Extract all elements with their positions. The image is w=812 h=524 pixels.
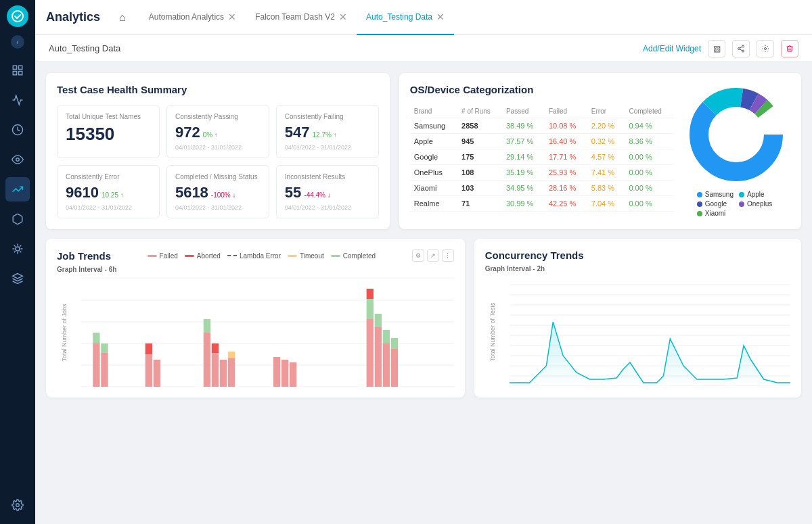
job-legend-entry: Lambda Error	[227, 252, 281, 260]
svg-rect-34	[93, 343, 99, 387]
os-table-section: OS/Device Categorization Brand # of Runs…	[410, 84, 674, 218]
tab-auto-testing[interactable]: Auto_Testing Data ✕	[357, 0, 454, 35]
legend-dot	[697, 192, 702, 197]
health-consistently-failing: Consistently Failing 547 12.7% ↑ 04/01/2…	[276, 105, 379, 158]
sidebar-item-dashboard[interactable]	[5, 58, 30, 82]
sidebar-logo	[7, 5, 28, 27]
os-chart-section: SamsungAppleGoogleOneplusXiaomi	[682, 84, 790, 218]
svg-rect-37	[101, 343, 108, 353]
legend-dot	[697, 211, 702, 216]
svg-rect-38	[145, 354, 152, 387]
health-summary-title: Test Case Health Summary	[57, 84, 379, 95]
tab-close-falcon[interactable]: ✕	[339, 12, 347, 22]
svg-rect-47	[228, 352, 235, 358]
svg-rect-53	[367, 289, 374, 299]
tab-close-auto-testing[interactable]: ✕	[436, 12, 445, 22]
os-table-row: Realme 71 30.99 % 42.25 % 7.04 % 0.00 %	[410, 196, 674, 212]
legend-label: Apple	[747, 191, 765, 198]
svg-point-9	[16, 504, 20, 507]
header-title: Analytics	[46, 10, 100, 24]
add-edit-widget-btn[interactable]: Add/Edit Widget	[643, 44, 701, 53]
chart-expand-icon[interactable]: ↗	[427, 249, 439, 262]
job-trends-title: Job Trends	[57, 250, 111, 262]
legend-item: Google	[697, 200, 734, 208]
tab-close-automation[interactable]: ✕	[228, 12, 236, 22]
legend-dot	[697, 201, 702, 207]
content-area: Test Case Health Summary Total Unique Te…	[35, 62, 812, 524]
legend-dash-icon	[227, 255, 237, 256]
bottom-cards-row: Job Trends FailedAbortedLambda ErrorTime…	[46, 239, 801, 398]
svg-rect-43	[212, 353, 219, 387]
svg-point-6	[16, 158, 20, 162]
svg-point-21	[709, 108, 763, 162]
health-consistently-passing: Consistently Passing 972 0% ↑ 04/01/2022…	[166, 105, 269, 158]
job-legend-entry: Timeout	[288, 252, 324, 260]
subheader-actions: Add/Edit Widget ▨	[643, 40, 798, 57]
subheader: Auto_Testing Data Add/Edit Widget ▨	[35, 35, 812, 62]
legend-label: Oneplus	[747, 200, 772, 208]
home-icon[interactable]: ⌂	[114, 9, 131, 26]
tab-falcon-team[interactable]: Falcon Team Dash V2 ✕	[246, 0, 357, 35]
job-interval-label: Graph Interval - 6h	[57, 266, 454, 273]
job-trends-header: Job Trends FailedAbortedLambda ErrorTime…	[57, 249, 454, 262]
main-content: Analytics ⌂ Automation Analytics ✕ Falco…	[35, 0, 812, 524]
svg-rect-40	[154, 360, 160, 387]
svg-rect-3	[13, 72, 16, 75]
concurrency-trends-card: Concurrency Trends Graph Interval - 2h T…	[474, 239, 801, 398]
svg-line-13	[740, 49, 742, 50]
os-table-row: Google 175 29.14 % 17.71 % 4.57 % 0.00 %	[410, 149, 674, 165]
delete-icon[interactable]	[781, 40, 798, 57]
svg-rect-2	[19, 66, 22, 69]
legend-label: Samsung	[705, 191, 734, 198]
concurrency-line-chart: 0 5 11 17 23 29 35 41 47 53 58	[510, 278, 790, 386]
os-table-row: OnePlus 108 35.19 % 25.93 % 7.41 % 0.00 …	[410, 165, 674, 181]
job-trends-card: Job Trends FailedAbortedLambda ErrorTime…	[46, 239, 465, 398]
top-cards-row: Test Case Health Summary Total Unique Te…	[46, 73, 801, 229]
share-icon[interactable]	[732, 40, 750, 57]
legend-label: Xiaomi	[705, 210, 726, 217]
job-legend-entry: Completed	[331, 252, 376, 260]
svg-marker-8	[13, 274, 23, 279]
sidebar-item-settings[interactable]	[5, 493, 30, 517]
svg-rect-48	[273, 357, 280, 387]
job-legend-entry: Failed	[148, 252, 178, 260]
job-bar-chart: 0 4 8 12 16 20	[81, 279, 454, 387]
sidebar: ‹	[0, 0, 35, 524]
concurrency-y-axis: Total Number of Tests	[489, 303, 496, 362]
tab-automation-analytics[interactable]: Automation Analytics ✕	[139, 0, 246, 35]
sidebar-collapse-btn[interactable]: ‹	[11, 35, 24, 49]
svg-rect-50	[290, 362, 296, 387]
sidebar-item-activity[interactable]	[5, 88, 30, 112]
widget-layout-icon[interactable]: ▨	[708, 40, 725, 57]
legend-dot	[739, 201, 744, 207]
sidebar-item-bug[interactable]	[5, 237, 30, 261]
legend-line-icon	[288, 255, 297, 257]
settings-icon[interactable]	[757, 40, 774, 57]
chart-more-icon[interactable]: ⋮	[442, 249, 454, 262]
svg-point-11	[738, 47, 740, 49]
svg-rect-39	[145, 343, 152, 354]
job-chart-wrap: Total Number of Jobs 0 4	[57, 279, 454, 387]
os-categorization-card: OS/Device Categorization Brand # of Runs…	[399, 73, 801, 229]
health-consistently-error: Consistently Error 9610 10.25 ↑ 04/01/20…	[57, 165, 160, 218]
sidebar-item-box[interactable]	[5, 207, 30, 231]
svg-rect-44	[212, 343, 219, 353]
chart-settings-icon[interactable]: ⚙	[412, 249, 424, 262]
legend-item: Apple	[739, 191, 775, 198]
svg-rect-41	[204, 333, 210, 387]
svg-rect-57	[383, 330, 390, 343]
svg-rect-55	[375, 314, 382, 327]
svg-line-14	[740, 47, 742, 48]
svg-point-10	[742, 45, 744, 47]
sidebar-item-eye[interactable]	[5, 147, 30, 172]
legend-item: Oneplus	[739, 200, 775, 208]
donut-chart	[685, 84, 787, 185]
health-total-unique: Total Unique Test Names 15350	[57, 105, 160, 158]
sidebar-item-analytics[interactable]	[5, 177, 30, 201]
svg-rect-51	[367, 319, 374, 387]
col-runs: # of Runs	[457, 105, 502, 118]
health-completed-missing: Completed / Missing Status 5618 -100% ↓ …	[166, 165, 269, 218]
sidebar-item-layers[interactable]	[5, 266, 30, 291]
sidebar-item-clock[interactable]	[5, 118, 30, 142]
col-failed: Failed	[545, 105, 587, 118]
